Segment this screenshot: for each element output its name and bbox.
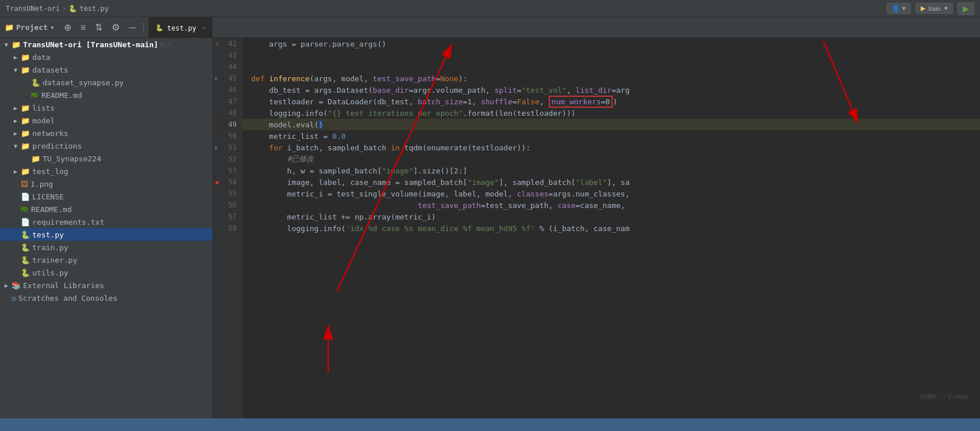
code-line-43 (242, 50, 980, 61)
code-line-54: image, label, case_name = sampled_batch[… (242, 176, 980, 188)
collapse-all-button[interactable]: ≡ (77, 20, 89, 35)
req-label: requirements.txt (32, 218, 104, 226)
tu-label: TU_Synapse224 (43, 154, 101, 163)
code-line-58: logging.info('idx %d case %s mean_dice %… (242, 222, 980, 234)
run-icon: ▶ (921, 5, 925, 12)
predictions-folder-icon: 📁 (21, 142, 30, 150)
code-line-52: #已修改 (242, 153, 980, 165)
tree-item-external-libraries[interactable]: ▶ 📚 External Libraries (0, 279, 212, 292)
tree-item-networks[interactable]: ▶ 📁 networks (0, 127, 212, 139)
code-line-44 (242, 61, 980, 73)
app-window: TransUNet-ori › 🐍 test.py 👤 ▾ ▶ train ▾ … (0, 0, 980, 431)
test-log-folder-icon: 📁 (21, 167, 30, 176)
breadcrumb: TransUNet-ori › 🐍 test.py (6, 5, 109, 13)
root-path: G:\ (161, 41, 172, 48)
test-py-icon: 🐍 (21, 230, 30, 239)
networks-label: networks (32, 129, 69, 138)
predictions-arrow: ▼ (12, 143, 20, 149)
line-num-46: 46 (213, 84, 241, 96)
model-folder-icon: 📁 (21, 116, 30, 125)
editor-content: ↑ 42 43 44 ▼ 45 46 47 48 49 50 ▼ (213, 38, 980, 418)
lists-arrow: ▶ (12, 105, 20, 111)
project-folder-icon: 📁 (5, 23, 14, 32)
breadcrumb-separator: › (62, 5, 66, 13)
play-icon: ▶ (963, 4, 969, 13)
user-arrow: ▾ (902, 5, 906, 12)
readme-ds-icon: MD (31, 92, 38, 99)
tree-item-1png[interactable]: 🖼 1.png (0, 177, 212, 190)
req-icon: 📄 (21, 218, 30, 226)
tree-root[interactable]: ▼ 📁 TransUNet-ori [TransUNet-main] G:\ (0, 38, 212, 51)
test-log-arrow: ▶ (12, 168, 20, 175)
sort-button[interactable]: ⇅ (92, 20, 106, 35)
tree-item-datasets[interactable]: ▼ 📁 datasets (0, 63, 212, 76)
datasets-folder-icon: 📁 (21, 66, 30, 74)
code-line-48: logging.info("{} test iterations per epo… (242, 107, 980, 119)
test-py-label: test.py (32, 230, 64, 239)
sidebar: ▼ 📁 TransUNet-ori [TransUNet-main] G:\ ▶… (0, 38, 213, 418)
utils-py-label: utils.py (32, 269, 69, 277)
tree-item-train-py[interactable]: 🐍 train.py (0, 241, 212, 254)
gutter-fold-45: ▼ (214, 75, 218, 82)
line-num-47: 47 (213, 96, 241, 107)
tree-item-readme[interactable]: MD README.md (0, 203, 212, 216)
ext-arrow: ▶ (2, 282, 10, 289)
line-num-51: ▼ 51 (213, 142, 241, 153)
tu-folder-icon: 📁 (31, 154, 40, 163)
tab-close-button[interactable]: ✕ (202, 25, 206, 31)
user-icon: 👤 (892, 5, 900, 12)
readme-label: README.md (31, 205, 71, 214)
settings-button[interactable]: ⚙ (108, 20, 123, 35)
add-tree-button[interactable]: ⊕ (60, 20, 75, 35)
line-num-54: ● 54 (213, 176, 241, 188)
tab-test-py[interactable]: 🐍 test.py ✕ (149, 17, 212, 38)
line-num-58: 58 (213, 222, 241, 234)
readme-ds-label: README.md (41, 91, 82, 100)
line-num-44: 44 (213, 61, 241, 73)
code-line-55: metric_i = test_single_volume(image, lab… (242, 188, 980, 199)
tree-item-data[interactable]: ▶ 📁 data (0, 51, 212, 63)
line-num-53: 53 (213, 165, 241, 176)
ext-label: External Libraries (23, 281, 104, 290)
tree-item-requirements[interactable]: 📄 requirements.txt (0, 216, 212, 228)
run-config-button[interactable]: ▶ train ▾ (916, 3, 953, 14)
tree-item-tu-synapse[interactable]: 📁 TU_Synapse224 (0, 152, 212, 165)
tree-item-dataset-synapse[interactable]: 🐍 dataset_synapse.py (0, 76, 212, 89)
minimize-button[interactable]: ─ (126, 20, 139, 35)
run-button[interactable]: ▶ (958, 2, 974, 15)
code-line-49: model.eval() (242, 119, 980, 130)
tree-item-lists[interactable]: ▶ 📁 lists (0, 101, 212, 114)
project-label: 📁 Project ▾ (5, 23, 55, 32)
tree-item-license[interactable]: 📄 LICENSE (0, 190, 212, 203)
tab-label: test.py (167, 24, 196, 32)
project-dropdown-arrow[interactable]: ▾ (50, 23, 55, 32)
file-name-title: test.py (79, 5, 109, 13)
line-num-55: 55 (213, 188, 241, 199)
main-area: ▼ 📁 TransUNet-ori [TransUNet-main] G:\ ▶… (0, 38, 980, 418)
predictions-label: predictions (32, 142, 82, 150)
tree-item-readme-ds[interactable]: MD README.md (0, 89, 212, 101)
gutter-arrow-42: ↑ (215, 41, 219, 47)
tree-item-test-py[interactable]: 🐍 test.py (0, 228, 212, 241)
scratches-label: Scratches and Consoles (18, 294, 117, 303)
status-bar (0, 418, 980, 431)
license-label: LICENSE (32, 192, 64, 201)
root-label: TransUNet-ori [TransUNet-main] (23, 40, 158, 49)
tree-item-predictions[interactable]: ▼ 📁 predictions (0, 139, 212, 152)
line-num-42: ↑ 42 (213, 38, 241, 50)
code-line-50: metric_list = 0.0 (242, 130, 980, 142)
model-arrow: ▶ (12, 118, 20, 124)
tree-item-trainer-py[interactable]: 🐍 trainer.py (0, 254, 212, 266)
gutter-fold-51: ▼ (214, 145, 218, 151)
user-button[interactable]: 👤 ▾ (887, 3, 911, 14)
trainer-py-label: trainer.py (32, 256, 77, 264)
code-area[interactable]: args = parser.parse_args() def inference… (242, 38, 980, 418)
run-config-arrow: ▾ (944, 5, 948, 12)
tree-item-utils-py[interactable]: 🐍 utils.py (0, 266, 212, 279)
ds-py-icon: 🐍 (31, 78, 40, 87)
datasets-label: datasets (32, 66, 69, 74)
tree-item-scratches[interactable]: ◎ Scratches and Consoles (0, 292, 212, 304)
tree-item-test-log[interactable]: ▶ 📁 test_log (0, 165, 212, 177)
tree-item-model[interactable]: ▶ 📁 model (0, 114, 212, 127)
test-log-label: test_log (32, 167, 69, 176)
